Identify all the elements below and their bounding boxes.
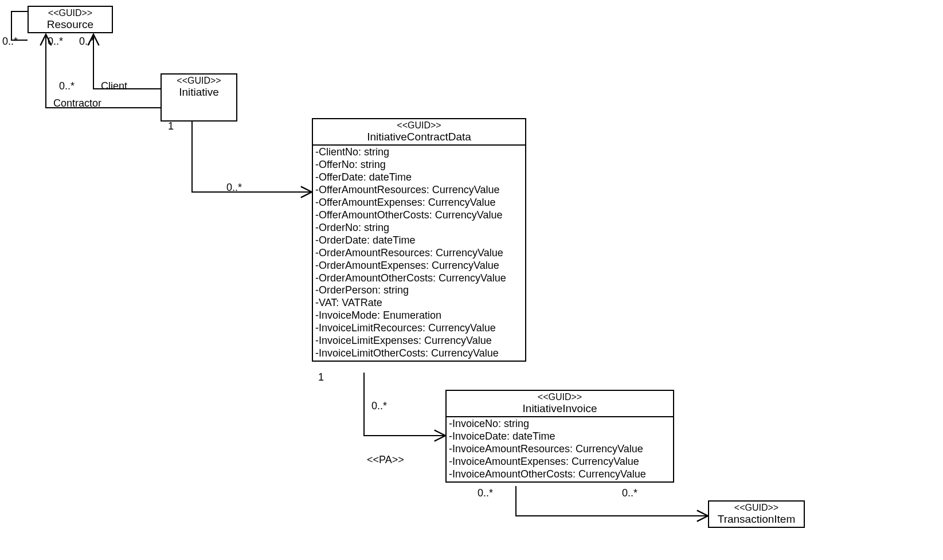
class-ii-header: <<GUID>> InitiativeInvoice	[447, 391, 673, 417]
label-invoice-transaction-near-transaction: 0..*	[622, 487, 637, 499]
attr: -OfferDate: dateTime	[315, 171, 523, 184]
label-contract-invoice-1: 1	[318, 371, 324, 383]
class-ii-attrs: -InvoiceNo: string -InvoiceDate: dateTim…	[447, 417, 673, 481]
attr: -OrderNo: string	[315, 222, 523, 234]
class-initiative-name: Initiative	[166, 86, 232, 99]
class-resource-stereotype: <<GUID>>	[33, 8, 107, 18]
attr: -OrderAmountOtherCosts: CurrencyValue	[315, 272, 523, 285]
attr: -InvoiceNo: string	[449, 418, 671, 430]
attr: -ClientNo: string	[315, 146, 523, 159]
attr: -OfferAmountResources: CurrencyValue	[315, 184, 523, 197]
class-ti-name: TransactionItem	[714, 513, 799, 526]
assoc-initiative-contractdata	[192, 119, 312, 192]
class-initiativecontractdata: <<GUID>> InitiativeContractData -ClientN…	[312, 118, 526, 362]
attr: -OrderAmountResources: CurrencyValue	[315, 247, 523, 260]
attr: -OfferNo: string	[315, 159, 523, 171]
class-resource-header: <<GUID>> Resource	[29, 7, 112, 32]
class-icd-stereotype: <<GUID>>	[318, 120, 521, 131]
label-resource-self: 0..*	[2, 36, 18, 48]
class-ti-stereotype: <<GUID>>	[714, 503, 799, 513]
attr: -InvoiceLimitExpenses: CurrencyValue	[315, 335, 523, 347]
label-contract-invoice-many: 0..*	[371, 400, 387, 412]
class-transactionitem: <<GUID>> TransactionItem	[708, 500, 805, 528]
class-icd-name: InitiativeContractData	[318, 131, 521, 143]
assoc-invoice-transaction	[516, 486, 708, 516]
attr: -InvoiceMode: Enumeration	[315, 310, 523, 322]
class-resource: <<GUID>> Resource	[28, 6, 113, 33]
attr: -InvoiceLimitRecources: CurrencyValue	[315, 322, 523, 335]
attr: -InvoiceDate: dateTime	[449, 430, 671, 443]
label-pa-stereotype: <<PA>>	[367, 454, 404, 466]
label-contractor-role: Contractor	[53, 97, 101, 109]
label-contractor-near-resource: 0..*	[48, 36, 63, 48]
class-initiativeinvoice: <<GUID>> InitiativeInvoice -InvoiceNo: s…	[445, 390, 674, 483]
class-initiative-header: <<GUID>> Initiative	[162, 75, 236, 100]
attr: -OfferAmountOtherCosts: CurrencyValue	[315, 209, 523, 222]
class-icd-header: <<GUID>> InitiativeContractData	[313, 119, 525, 146]
class-icd-attrs: -ClientNo: string -OfferNo: string -Offe…	[313, 146, 525, 361]
label-initiative-contract-1: 1	[168, 120, 174, 132]
label-client-role: Client	[101, 80, 127, 92]
attr: -VAT: VATRate	[315, 297, 523, 310]
label-initiative-contract-many: 0..*	[226, 182, 242, 194]
class-initiative: <<GUID>> Initiative	[161, 73, 237, 122]
attr: -InvoiceLimitOtherCosts: CurrencyValue	[315, 347, 523, 360]
class-resource-name: Resource	[33, 18, 107, 31]
class-ti-header: <<GUID>> TransactionItem	[709, 502, 804, 527]
class-initiative-stereotype: <<GUID>>	[166, 76, 232, 86]
attr: -OrderPerson: string	[315, 284, 523, 297]
label-client-near-resource: 0..*	[79, 36, 95, 48]
class-ii-stereotype: <<GUID>>	[451, 392, 668, 402]
class-ii-name: InitiativeInvoice	[451, 402, 668, 415]
attr: -OrderDate: dateTime	[315, 234, 523, 247]
label-invoice-transaction-near-invoice: 0..*	[478, 487, 493, 499]
attr: -InvoiceAmountOtherCosts: CurrencyValue	[449, 468, 671, 481]
label-client-near-initiative: 0..*	[59, 80, 75, 92]
attr: -OrderAmountExpenses: CurrencyValue	[315, 260, 523, 272]
attr: -InvoiceAmountExpenses: CurrencyValue	[449, 456, 671, 468]
attr: -OfferAmountExpenses: CurrencyValue	[315, 197, 523, 209]
attr: -InvoiceAmountResources: CurrencyValue	[449, 443, 671, 456]
